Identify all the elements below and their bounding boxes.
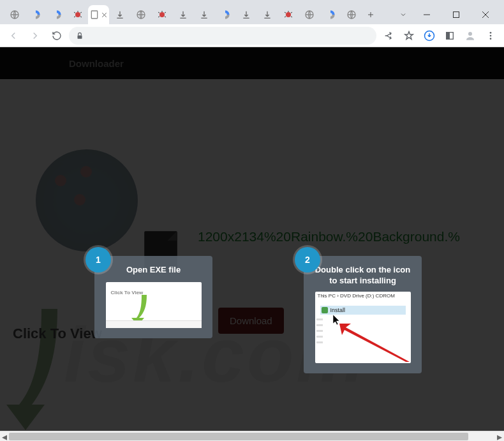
bug-icon — [73, 10, 83, 20]
svg-rect-8 — [454, 12, 459, 18]
bug-icon — [157, 10, 167, 20]
step-badge: 1 — [85, 247, 111, 273]
recaptcha-icon — [52, 10, 62, 20]
tab[interactable] — [299, 5, 320, 24]
step-badge: 2 — [295, 247, 320, 273]
tab[interactable] — [256, 5, 278, 24]
svg-point-1 — [75, 12, 80, 17]
tab[interactable] — [214, 5, 235, 24]
svg-rect-9 — [78, 35, 82, 38]
download-icon — [178, 10, 188, 20]
recaptcha-icon — [220, 10, 230, 20]
reader-icon[interactable] — [440, 26, 459, 45]
mini-breadcrumb: This PC › DVD Drive (D:) CDROM — [318, 293, 395, 299]
mini-file-row: Install — [320, 306, 406, 315]
lock-icon — [75, 31, 84, 40]
minimize-button[interactable] — [412, 5, 441, 24]
scroll-right-button[interactable]: ▸ — [495, 431, 504, 441]
page-content: Click To View isk.com Downloader 1200x21… — [0, 47, 504, 431]
modal-backdrop[interactable] — [0, 47, 504, 431]
browser-toolbar — [0, 24, 504, 47]
menu-icon[interactable] — [481, 26, 500, 45]
close-button[interactable] — [471, 5, 500, 24]
svg-point-4 — [159, 12, 165, 17]
horizontal-scrollbar[interactable]: ◂ ▸ — [0, 431, 504, 441]
tab[interactable] — [193, 5, 214, 24]
tab[interactable] — [4, 5, 25, 24]
page-icon — [89, 10, 100, 20]
reload-button[interactable] — [47, 26, 66, 45]
svg-rect-12 — [447, 32, 450, 39]
tab-dropdown[interactable] — [394, 5, 412, 24]
download-icon — [241, 10, 251, 20]
tab[interactable] — [320, 5, 341, 24]
svg-point-16 — [490, 38, 492, 40]
card-title: Double click on the icon to start instal… — [310, 265, 415, 285]
card-title: Open EXE file — [126, 265, 181, 276]
tab[interactable] — [67, 5, 88, 24]
card-thumbnail: This PC › DVD Drive (D:) CDROM Install — [315, 292, 411, 363]
profile-icon[interactable] — [461, 26, 480, 45]
download-icon — [115, 10, 125, 20]
scroll-left-button[interactable]: ◂ — [0, 431, 9, 441]
tab[interactable] — [25, 5, 46, 24]
instruction-card-1: 1 Open EXE file Click To View — [94, 256, 212, 338]
globe-icon — [136, 10, 146, 20]
mini-file-label: Install — [330, 307, 346, 313]
tab-strip — [4, 5, 394, 24]
globe-icon — [304, 10, 315, 20]
mini-taskbar — [106, 320, 202, 328]
recaptcha-icon — [31, 10, 41, 20]
download-icon — [199, 10, 209, 20]
svg-rect-2 — [91, 11, 97, 19]
tab[interactable] — [151, 5, 172, 24]
svg-point-15 — [490, 34, 492, 36]
red-arrow-icon — [339, 324, 410, 362]
svg-point-14 — [490, 32, 492, 34]
close-icon[interactable] — [101, 11, 108, 19]
instruction-card-2: 2 Double click on the icon to start inst… — [304, 256, 422, 373]
address-bar[interactable] — [69, 27, 376, 45]
downloads-icon[interactable] — [420, 26, 439, 45]
tab[interactable] — [46, 5, 67, 24]
tab[interactable] — [278, 5, 299, 24]
tab-active[interactable] — [88, 5, 109, 24]
download-icon — [262, 10, 272, 20]
globe-icon — [346, 10, 357, 20]
cursor-icon — [333, 315, 341, 325]
svg-point-13 — [468, 32, 472, 36]
svg-point-5 — [286, 12, 291, 17]
bug-icon — [283, 10, 293, 20]
card-thumbnail: Click To View — [106, 282, 202, 328]
back-button[interactable] — [4, 26, 23, 45]
mini-sidebar — [315, 318, 324, 363]
tab[interactable] — [235, 5, 256, 24]
share-icon[interactable] — [379, 26, 398, 45]
tab[interactable] — [341, 5, 362, 24]
scrollbar-thumb[interactable] — [9, 433, 468, 440]
globe-icon — [10, 10, 20, 20]
installer-icon — [322, 307, 328, 313]
tab[interactable] — [109, 5, 130, 24]
new-tab-button[interactable] — [362, 5, 380, 24]
forward-button[interactable] — [26, 26, 45, 45]
tab[interactable] — [130, 5, 151, 24]
recaptcha-icon — [325, 10, 336, 20]
bookmark-icon[interactable] — [399, 26, 419, 45]
tab[interactable] — [172, 5, 193, 24]
browser-titlebar — [0, 0, 504, 24]
maximize-button[interactable] — [441, 5, 471, 24]
